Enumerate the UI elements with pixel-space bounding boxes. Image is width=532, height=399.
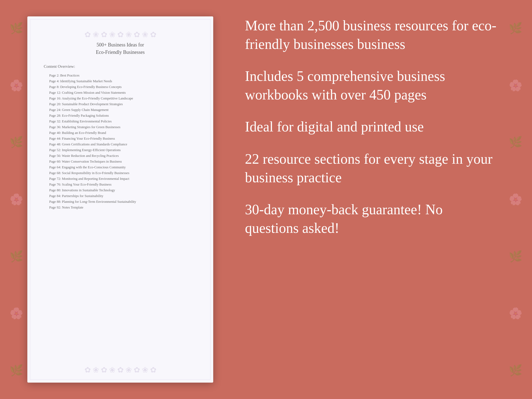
toc-item: Page 84: Partnerships for Sustainability [44, 193, 197, 199]
floral-decoration-right: 🌿 🌸 🌿 🌸 🌿 🌸 🌿 [499, 0, 532, 399]
floral-stem-icon: 🌸 [507, 193, 524, 206]
toc-item: Page 48: Green Certifications and Standa… [44, 142, 197, 147]
feature-text-2: Includes 5 comprehensive business workbo… [245, 67, 499, 104]
feature-text-5: 30-day money-back guarantee! No question… [245, 200, 499, 237]
toc-item: Page 72: Monitoring and Reporting Enviro… [44, 176, 197, 182]
feature-block-1: More than 2,500 business resources for e… [245, 16, 499, 53]
toc-item: Page 40: Building an Eco-Friendly Brand [44, 130, 197, 136]
document-title: 500+ Business Ideas for Eco-Friendly Bus… [44, 41, 197, 56]
feature-text-4: 22 resource sections for every stage in … [245, 150, 499, 187]
toc-item: Page 56: Waste Reduction and Recycling P… [44, 153, 197, 159]
toc-item: Page 32: Establishing Environmental Poli… [44, 119, 197, 124]
toc-item: Page 68: Social Responsibility in Eco-Fr… [44, 170, 197, 176]
content-overview-label: Content Overview: [44, 64, 197, 69]
toc-item: Page 92: Notes Template [44, 205, 197, 210]
floral-stem-icon: 🌿 [8, 22, 25, 35]
feature-text-1: More than 2,500 business resources for e… [245, 16, 499, 53]
toc-item: Page 24: Green Supply Chain Management [44, 107, 197, 113]
feature-block-5: 30-day money-back guarantee! No question… [245, 200, 499, 237]
toc-item: Page 52: Implementing Energy-Efficient O… [44, 147, 197, 153]
feature-block-2: Includes 5 comprehensive business workbo… [245, 67, 499, 104]
floral-stem-icon: 🌸 [8, 193, 25, 206]
feature-block-3: Ideal for digital and printed use [245, 118, 499, 136]
document-card: ✿ ❀ ✿ ❀ ✿ ❀ ✿ ❀ ✿ 500+ Business Ideas fo… [27, 16, 213, 383]
toc-item: Page 76: Scaling Your Eco-Friendly Busin… [44, 182, 197, 187]
feature-block-4: 22 resource sections for every stage in … [245, 150, 499, 187]
floral-stem-icon: 🌸 [507, 79, 524, 92]
table-of-contents: Page 2: Best PracticesPage 4: Identifyin… [44, 73, 197, 210]
floral-stem-icon: 🌸 [8, 307, 25, 320]
toc-item: Page 20: Sustainable Product Development… [44, 101, 197, 107]
floral-stem-icon: 🌿 [507, 22, 524, 35]
toc-item: Page 88: Planning for Long-Term Environm… [44, 199, 197, 205]
toc-item: Page 80: Innovations in Sustainable Tech… [44, 187, 197, 193]
toc-item: Page 2: Best Practices [44, 73, 197, 78]
toc-item: Page 8: Developing Eco-Friendly Business… [44, 84, 197, 90]
document-content: ✿ ❀ ✿ ❀ ✿ ❀ ✿ ❀ ✿ 500+ Business Ideas fo… [27, 16, 213, 383]
floral-stem-icon: 🌸 [8, 79, 25, 92]
toc-item: Page 16: Analyzing the Eco-Friendly Comp… [44, 96, 197, 101]
toc-item: Page 28: Eco-Friendly Packaging Solution… [44, 113, 197, 119]
toc-item: Page 64: Engaging with the Eco-Conscious… [44, 165, 197, 170]
features-panel: More than 2,500 business resources for e… [239, 16, 499, 251]
document-top-decoration: ✿ ❀ ✿ ❀ ✿ ❀ ✿ ❀ ✿ [44, 30, 197, 39]
toc-item: Page 12: Crafting Green Mission and Visi… [44, 90, 197, 96]
floral-stem-icon: 🌿 [507, 136, 524, 149]
document-bottom-decoration: ✿ ❀ ✿ ❀ ✿ ❀ ✿ ❀ ✿ [27, 365, 213, 374]
floral-stem-icon: 🌿 [8, 136, 25, 149]
toc-item: Page 36: Marketing Strategies for Green … [44, 124, 197, 130]
floral-stem-icon: 🌿 [507, 364, 524, 377]
toc-item: Page 44: Financing Your Eco-Friendly Bus… [44, 136, 197, 142]
floral-stem-icon: 🌿 [507, 250, 524, 263]
floral-stem-icon: 🌸 [507, 307, 524, 320]
toc-item: Page 60: Water Conservation Techniques i… [44, 159, 197, 165]
feature-text-3: Ideal for digital and printed use [245, 118, 499, 136]
floral-stem-icon: 🌿 [8, 250, 25, 263]
toc-item: Page 4: Identifying Sustainable Market N… [44, 78, 197, 84]
floral-stem-icon: 🌿 [8, 364, 25, 377]
